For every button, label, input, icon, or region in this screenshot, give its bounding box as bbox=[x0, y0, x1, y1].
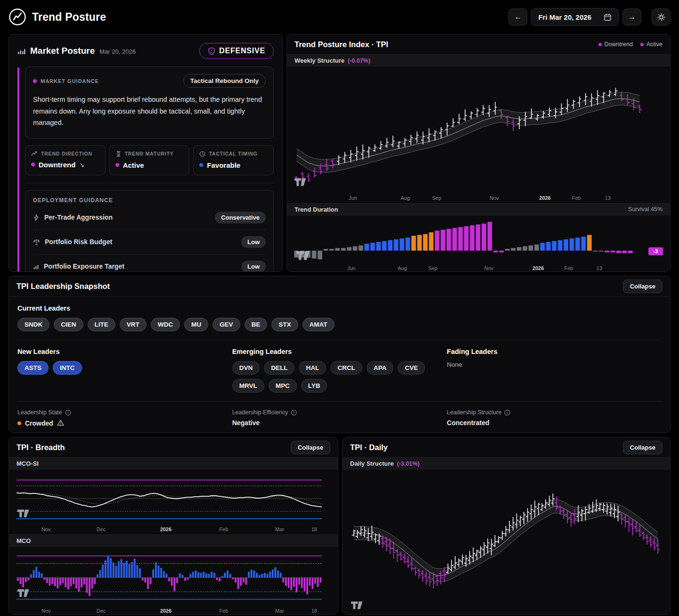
svg-text:Mar: Mar bbox=[275, 608, 284, 614]
ticker-chip[interactable]: BE bbox=[245, 318, 268, 331]
ticker-chip[interactable]: APA bbox=[367, 361, 394, 375]
stat-trend-direction: TREND DIRECTION Downtrend ↘ bbox=[25, 145, 106, 175]
new-leaders-column: New Leaders ASTSINTC bbox=[17, 348, 232, 393]
svg-text:13: 13 bbox=[597, 265, 602, 271]
hourglass-icon bbox=[115, 151, 122, 157]
ticker-chip[interactable]: MU bbox=[184, 318, 208, 331]
bolt-icon bbox=[33, 214, 40, 221]
svg-text:Nov: Nov bbox=[41, 526, 51, 532]
leadership-collapse-button[interactable]: Collapse bbox=[623, 279, 663, 293]
ticker-chip[interactable]: SNDK bbox=[17, 318, 49, 331]
leadership-structure-label: Leadership Structure bbox=[447, 409, 501, 416]
svg-text:Jun: Jun bbox=[347, 265, 356, 271]
ticker-chip[interactable]: MPC bbox=[269, 379, 297, 393]
svg-text:Sep: Sep bbox=[428, 265, 438, 271]
brand: Trend Posture bbox=[8, 8, 106, 26]
posture-accent-section: MARKET GUIDANCE Tactical Rebound Only Sh… bbox=[17, 66, 274, 272]
fading-leaders-none: None bbox=[447, 361, 662, 368]
svg-text:Dec: Dec bbox=[97, 608, 106, 614]
clock-icon bbox=[199, 151, 205, 157]
ticker-chip[interactable]: LYB bbox=[301, 379, 327, 393]
svg-text:Aug: Aug bbox=[401, 195, 410, 201]
shield-icon bbox=[208, 47, 215, 55]
leadership-efficiency-label: Leadership Efficiency bbox=[232, 409, 288, 416]
info-icon[interactable] bbox=[504, 410, 510, 416]
stat-value: Active bbox=[123, 161, 144, 169]
ticker-chip[interactable]: STX bbox=[271, 318, 298, 331]
stat-value: Downtrend bbox=[39, 161, 75, 169]
theme-toggle-button[interactable] bbox=[652, 8, 671, 25]
leadership-state-value: Crowded bbox=[25, 419, 53, 427]
market-guidance-box: MARKET GUIDANCE Tactical Rebound Only Sh… bbox=[25, 66, 274, 139]
ticker-chip[interactable]: AMAT bbox=[303, 318, 335, 331]
emerging-leaders-column: Emerging Leaders DVNDELLHALCRCLAPACVEMRV… bbox=[232, 348, 447, 393]
breadth-card: TPI · Breadth Collapse MCO-SI NovDec2026… bbox=[8, 437, 338, 615]
guidance-dot bbox=[33, 79, 37, 83]
svg-text:-3: -3 bbox=[654, 248, 658, 254]
svg-text:Jun: Jun bbox=[349, 195, 357, 201]
mco-si-chart[interactable]: NovDec2026FebMar18 bbox=[9, 469, 338, 534]
mco-chart[interactable]: NovDec2026FebMar18 bbox=[9, 547, 338, 615]
posture-badge-label: DEFENSIVE bbox=[219, 47, 265, 55]
prev-day-button[interactable]: ← bbox=[508, 8, 527, 25]
svg-text:2026: 2026 bbox=[160, 526, 172, 532]
down-right-arrow: ↘ bbox=[79, 161, 84, 168]
deploy-row-aggression: Per-Trade Aggression Conservative bbox=[33, 205, 266, 230]
stat-label: TACTICAL TIMING bbox=[209, 151, 257, 156]
new-leaders-list: ASTSINTC bbox=[17, 361, 232, 375]
next-day-button[interactable]: → bbox=[622, 8, 641, 25]
info-icon[interactable] bbox=[291, 410, 297, 416]
ticker-chip[interactable]: HAL bbox=[299, 361, 326, 375]
divider bbox=[17, 401, 662, 402]
ticker-chip[interactable]: LITE bbox=[88, 318, 115, 331]
scale-icon bbox=[33, 238, 40, 246]
deploy-row-risk-budget: Portfolio Risk Budget Low bbox=[33, 230, 266, 255]
breadth-collapse-button[interactable]: Collapse bbox=[291, 441, 330, 454]
daily-card: TPI · Daily Collapse Daily Structure (-3… bbox=[342, 437, 671, 615]
divider bbox=[25, 183, 274, 183]
ticker-chip[interactable]: CRCL bbox=[330, 361, 362, 375]
deploy-row-label: Per-Trade Aggression bbox=[44, 214, 113, 221]
weekly-structure-chart[interactable]: JunAugSepNov2026Feb13 bbox=[287, 66, 670, 203]
ticker-chip[interactable]: WDC bbox=[151, 318, 180, 331]
ticker-chip[interactable]: ASTS bbox=[17, 361, 49, 375]
market-posture-date: Mar 20, 2026 bbox=[99, 48, 136, 55]
date-picker-button[interactable]: Fri Mar 20, 2026 bbox=[531, 8, 619, 26]
daily-collapse-button[interactable]: Collapse bbox=[623, 441, 663, 454]
info-icon[interactable] bbox=[65, 410, 71, 416]
leadership-snapshot-card: TPI Leadership Snapshot Collapse Current… bbox=[8, 276, 671, 433]
ticker-chip[interactable]: GEV bbox=[213, 318, 240, 331]
stat-label: TREND MATURITY bbox=[125, 151, 174, 156]
emerging-leaders-list: DVNDELLHALCRCLAPACVEMRVLMPCLYB bbox=[232, 361, 430, 393]
ticker-chip[interactable]: DELL bbox=[264, 361, 295, 375]
svg-text:18: 18 bbox=[311, 608, 317, 614]
leadership-state-stat: Leadership State Crowded bbox=[17, 409, 232, 427]
svg-text:Nov: Nov bbox=[484, 265, 494, 271]
guidance-label: MARKET GUIDANCE bbox=[41, 78, 99, 84]
survival-stat: Survival 45% bbox=[628, 206, 663, 213]
ticker-chip[interactable]: CIEN bbox=[54, 318, 83, 331]
stat-value: Favorable bbox=[207, 161, 240, 169]
leadership-efficiency-value: Negative bbox=[232, 419, 260, 427]
trend-maturity-dot bbox=[115, 163, 119, 167]
leadership-title: TPI Leadership Snapshot bbox=[16, 282, 110, 291]
svg-text:2026: 2026 bbox=[160, 608, 172, 614]
weekly-structure-label: Weekly Structure bbox=[295, 57, 344, 64]
current-leaders-list: SNDKCIENLITEVRTWDCMUGEVBESTXAMAT bbox=[17, 318, 662, 331]
stat-trend-maturity: TREND MATURITY Active bbox=[109, 145, 190, 175]
trend-posture-logo-icon bbox=[8, 8, 26, 26]
daily-structure-label: Daily Structure bbox=[350, 460, 393, 467]
deployment-guidance-box: DEPLOYMENT GUIDANCE Per-Trade Aggression… bbox=[25, 190, 274, 272]
bar-chart-icon bbox=[17, 48, 25, 55]
ticker-chip[interactable]: CVE bbox=[398, 361, 425, 375]
daily-structure-chart[interactable] bbox=[343, 469, 670, 615]
guidance-tag: Tactical Rebound Only bbox=[183, 74, 266, 88]
risk-budget-value-pill: Low bbox=[241, 236, 266, 248]
ticker-chip[interactable]: MRVL bbox=[232, 379, 264, 393]
trend-duration-chart[interactable]: -3JunAugSepNov2026Feb13 bbox=[287, 215, 670, 272]
ticker-chip[interactable]: DVN bbox=[232, 361, 260, 375]
svg-text:Nov: Nov bbox=[490, 195, 499, 201]
ticker-chip[interactable]: INTC bbox=[53, 361, 82, 375]
trend-duration-label: Trend Duration bbox=[295, 206, 338, 213]
ticker-chip[interactable]: VRT bbox=[120, 318, 147, 331]
